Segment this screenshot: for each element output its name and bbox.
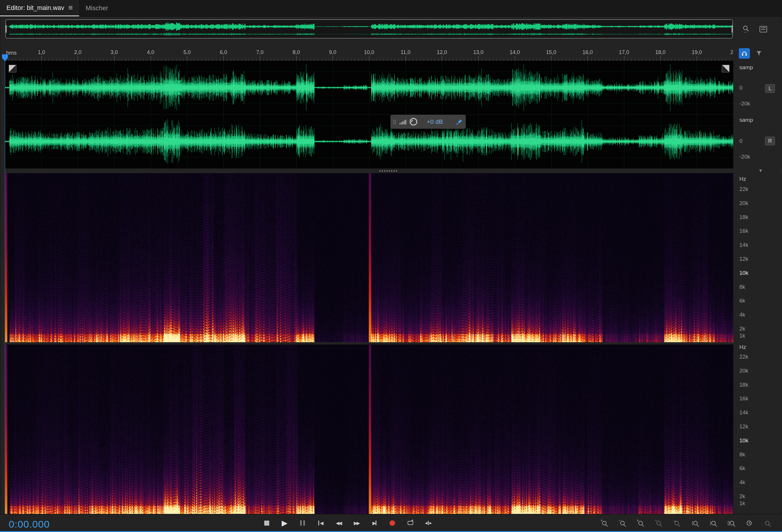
frequency-tick-label: 22k [739, 354, 748, 359]
skip-cursor-button[interactable]: ◀ ▶ [422, 517, 435, 529]
frequency-tick-label: 20k [739, 368, 748, 374]
panel-splitter[interactable]: ▾ [0, 169, 782, 173]
spectrogram-canvas-left[interactable] [5, 173, 733, 342]
time-display[interactable]: 0:00.000 [9, 519, 50, 530]
ruler-toolbar [739, 48, 764, 59]
zoom-in-amplitude-button[interactable]: + [634, 517, 646, 529]
amplitude-unit-label-right: samp [739, 117, 753, 123]
zoom-reset-button[interactable]: ↔ [670, 517, 683, 529]
panel-tab-bar: Editor: bit_main.wav ≡ Mischer [0, 0, 782, 16]
nav-arrows-icon: ↔ [743, 31, 747, 33]
frequency-tick-label: 10k [739, 438, 748, 443]
stop-button[interactable] [260, 517, 273, 529]
ruler-time-label: 15,0 [546, 49, 556, 56]
rewind-button[interactable]: ◀◀ [332, 517, 345, 529]
marker-filter-button[interactable] [754, 48, 764, 59]
rewind-icon: ◀◀ [336, 520, 341, 526]
zoom-out-amplitude-button[interactable]: − [652, 517, 665, 529]
magnifier-icon [743, 26, 748, 30]
list-icon [759, 26, 767, 32]
timer-icon [747, 521, 752, 526]
frequency-tick-label: 16k [739, 228, 748, 234]
right-channel-button[interactable]: R [765, 137, 775, 145]
fast-forward-button[interactable]: ▶▶ [350, 517, 363, 529]
spectrogram-right-channel[interactable] [5, 344, 733, 514]
frequency-tick-label: 6k [739, 465, 745, 471]
left-channel-button[interactable]: L [765, 84, 775, 93]
frequency-tick-label: 8k [739, 284, 745, 290]
fade-out-handle[interactable] [722, 65, 730, 72]
zoom-out-time-button[interactable]: − [616, 517, 629, 529]
frequency-tick-label: 2k [739, 326, 745, 331]
range-handle-right[interactable] [732, 25, 733, 33]
waveform-display[interactable]: +0 dB [5, 61, 733, 169]
timeline-ruler[interactable]: hms 1,02,03,04,05,06,07,08,09,010,011,01… [5, 47, 733, 61]
chevron-down-icon[interactable]: ▾ [759, 167, 762, 174]
fade-in-handle[interactable] [9, 65, 16, 72]
headphones-toggle-button[interactable] [739, 48, 750, 59]
zoom-to-selection-button[interactable]: [] [725, 517, 737, 529]
amplitude-neg-left: -20k [739, 100, 750, 107]
hud-drag-grip[interactable] [393, 120, 396, 124]
panel-list-button[interactable] [757, 23, 770, 35]
play-button[interactable]: ▶ [278, 517, 291, 529]
hud-separator [452, 117, 453, 126]
magnifier-icon [711, 521, 716, 525]
timer-button[interactable] [743, 517, 755, 529]
frequency-unit-label-1: Hz [739, 176, 746, 182]
gain-value[interactable]: +0 dB [421, 118, 449, 125]
skip-back-icon: ◀ [320, 520, 322, 526]
ruler-time-label: 18,0 [655, 49, 666, 56]
skip-to-start-button[interactable]: ◀ [314, 517, 327, 529]
skip-to-end-button[interactable]: ▶ [368, 517, 381, 529]
loop-playback-button[interactable] [403, 517, 417, 529]
amplitude-unit-label-left: samp [739, 64, 753, 71]
tab-mixer[interactable]: Mischer [79, 0, 114, 16]
frequency-unit-label-2: Hz [739, 344, 746, 350]
ruler-time-label: 9,0 [329, 49, 336, 56]
zoom-out-full-button[interactable] [761, 517, 773, 529]
overview-zoom-button[interactable]: ↔ [739, 23, 752, 35]
zoom-controls: + − + − ↔ { } [] [598, 517, 773, 529]
magnifier-icon [765, 521, 770, 525]
amplitude-neg-right: -20k [739, 153, 750, 160]
pause-icon [300, 520, 301, 526]
gain-hud[interactable]: +0 dB [390, 115, 466, 129]
tab-mixer-label: Mischer [85, 4, 108, 12]
waveform-canvas[interactable] [5, 61, 733, 169]
frequency-tick-label: 22k [739, 186, 748, 192]
frequency-tick-label: 18k [739, 214, 748, 220]
zoom-in-time-button[interactable]: + [598, 517, 610, 529]
overview-waveform-strip[interactable] [5, 19, 733, 39]
spectrogram-canvas-right[interactable] [5, 345, 733, 514]
panel-menu-icon[interactable]: ≡ [68, 3, 73, 12]
overview-range-selector[interactable] [5, 19, 733, 39]
record-icon [390, 520, 395, 526]
ruler-time-label: 16,0 [582, 49, 593, 56]
fast-forward-icon: ▶▶ [354, 520, 359, 526]
ruler-time-label: 3,0 [111, 49, 118, 56]
loop-icon [407, 521, 413, 525]
splitter-grip-icon[interactable] [380, 170, 397, 172]
frequency-tick-label: 1k [739, 333, 745, 339]
ruler-time-label: 12,0 [437, 49, 447, 56]
record-button[interactable] [386, 517, 399, 529]
frequency-tick-label: 20k [739, 200, 748, 206]
ruler-major-ticks [5, 56, 733, 61]
pause-button[interactable] [296, 517, 309, 529]
headphones-icon [741, 50, 748, 57]
zoom-in-at-in-point-button[interactable]: { [688, 517, 701, 529]
overview-toolbar: ↔ [739, 23, 770, 35]
ruler-time-label: 13,0 [473, 49, 484, 56]
frequency-tick-label: 12k [739, 256, 748, 261]
gain-knob[interactable] [410, 118, 417, 126]
tab-editor[interactable]: Editor: bit_main.wav ≡ [0, 0, 79, 16]
pin-icon[interactable] [456, 118, 463, 125]
amplitude-zero-left: 0 [739, 85, 743, 91]
range-handle-left[interactable] [5, 25, 7, 33]
magnifier-icon [730, 521, 734, 525]
spectrogram-left-channel[interactable] [5, 173, 733, 342]
frequency-tick-label: 8k [739, 452, 745, 457]
ruler-time-label: 17,0 [619, 49, 629, 56]
zoom-in-at-out-point-button[interactable]: } [707, 517, 719, 529]
